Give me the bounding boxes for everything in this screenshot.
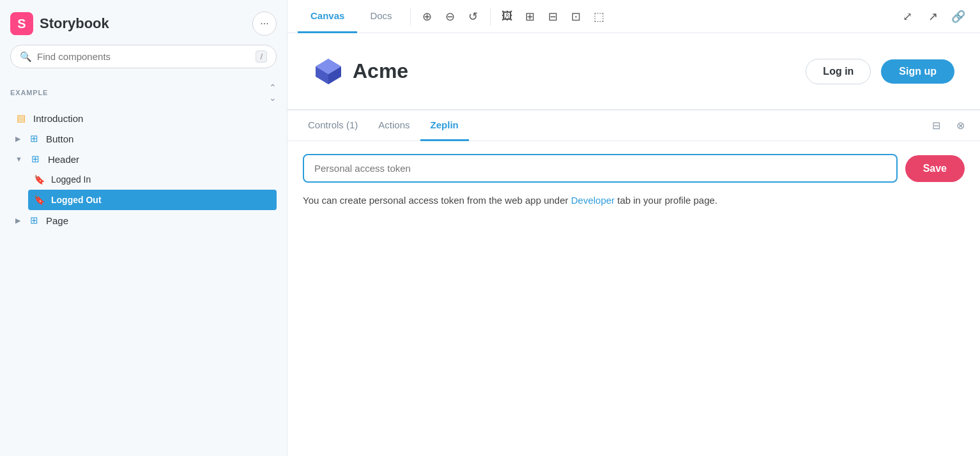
layout-icon: ⊟	[932, 119, 940, 132]
table-button[interactable]: ⊡	[565, 5, 588, 28]
panel-description: You can create personal access token fro…	[303, 193, 965, 208]
preview-frame: Acme Log in Sign up	[287, 33, 980, 110]
developer-link[interactable]: Developer	[571, 195, 615, 206]
panel-tab-icons: ⊟ ⊗	[926, 116, 970, 135]
sidebar-item-page[interactable]: ▶ ⊞ Page	[10, 210, 277, 231]
token-input[interactable]	[303, 154, 898, 183]
toolbar-right: ⤢ ↗ 🔗	[896, 5, 970, 28]
refresh-icon: ↺	[468, 10, 478, 24]
login-button[interactable]: Log in	[806, 59, 871, 84]
panel-content: Save You can create personal access toke…	[287, 141, 980, 221]
tab-docs[interactable]: Docs	[357, 0, 404, 33]
panel-close-button[interactable]: ⊗	[951, 116, 970, 135]
toolbar: Canvas Docs ⊕ ⊖ ↺ 🖼 ⊞ ⊟ ⊡ ⬚ ⤢ ↗ 🔗	[287, 0, 980, 33]
grid-icon: ⊞	[28, 215, 40, 226]
sidebar-item-logged-in[interactable]: 🔖 Logged In	[28, 169, 277, 190]
bookmark-icon: 🔖	[33, 174, 45, 185]
sidebar-item-introduction[interactable]: ▤ Introduction	[10, 108, 277, 128]
sidebar: S Storybook ··· 🔍 / EXAMPLE ⌃⌄ ▤ Introdu…	[0, 0, 287, 456]
bookmark-icon: 🔖	[33, 194, 45, 206]
description-suffix: tab in your profile page.	[615, 195, 717, 206]
panel-layout-icon-button[interactable]: ⊟	[926, 116, 946, 135]
expand-arrow-icon: ▶	[15, 217, 20, 225]
storybook-logo-icon: S	[10, 12, 33, 35]
frame-icon: ⬚	[593, 10, 604, 24]
section-toggle-icon[interactable]: ⌃⌄	[269, 82, 277, 103]
ellipsis-icon: ···	[260, 18, 268, 29]
canvas-area: Acme Log in Sign up Controls (1) Actions…	[287, 33, 980, 456]
image-button[interactable]: 🖼	[496, 5, 519, 28]
acme-cube-icon	[313, 56, 344, 87]
bottom-panel: Controls (1) Actions Zeplin ⊟ ⊗ Save	[287, 110, 980, 221]
sidebar-item-label: Button	[46, 133, 73, 144]
grid-icon: ⊞	[30, 153, 42, 165]
grid-button[interactable]: ⊞	[519, 5, 542, 28]
zoom-in-icon: ⊕	[422, 10, 432, 24]
token-row: Save	[303, 154, 965, 183]
tab-zeplin[interactable]: Zeplin	[420, 110, 469, 141]
acme-actions: Log in Sign up	[806, 59, 954, 84]
sidebar-item-label: Header	[48, 154, 79, 165]
nav-sub-header: 🔖 Logged In 🔖 Logged Out	[10, 169, 277, 210]
menu-button[interactable]: ···	[252, 11, 277, 36]
tab-controls[interactable]: Controls (1)	[298, 110, 368, 141]
tab-canvas[interactable]: Canvas	[298, 0, 357, 33]
sidebar-item-label: Logged In	[51, 174, 91, 185]
refresh-button[interactable]: ↺	[462, 5, 485, 28]
save-button[interactable]: Save	[905, 155, 965, 182]
zoom-out-button[interactable]: ⊖	[439, 5, 462, 28]
grid-view-icon: ⊞	[525, 10, 535, 24]
table-icon: ⊡	[571, 10, 581, 24]
link-button[interactable]: 🔗	[947, 5, 970, 28]
sidebar-item-button[interactable]: ▶ ⊞ Button	[10, 128, 277, 149]
open-external-button[interactable]: ↗	[921, 5, 944, 28]
layers-button[interactable]: ⊟	[542, 5, 565, 28]
search-input[interactable]	[37, 51, 250, 62]
sidebar-item-label: Introduction	[33, 113, 83, 124]
sidebar-item-logged-out[interactable]: 🔖 Logged Out	[28, 190, 277, 210]
tab-actions[interactable]: Actions	[368, 110, 420, 141]
search-kbd: /	[256, 50, 267, 63]
logo-area: S Storybook	[10, 12, 109, 35]
search-icon: 🔍	[20, 51, 32, 63]
grid-icon: ⊞	[28, 133, 40, 144]
frame-button[interactable]: ⬚	[588, 5, 611, 28]
main-panel: Canvas Docs ⊕ ⊖ ↺ 🖼 ⊞ ⊟ ⊡ ⬚ ⤢ ↗ 🔗	[287, 0, 980, 456]
signup-button[interactable]: Sign up	[881, 59, 954, 84]
expand-icon: ⤢	[903, 10, 912, 24]
document-icon: ▤	[15, 112, 27, 124]
layers-icon: ⊟	[548, 10, 558, 24]
link-icon: 🔗	[951, 10, 965, 24]
sidebar-item-header[interactable]: ▼ ⊞ Header	[10, 149, 277, 169]
sidebar-item-label: Page	[46, 215, 68, 226]
section-header: EXAMPLE ⌃⌄	[10, 79, 277, 108]
open-external-icon: ↗	[928, 10, 938, 24]
sidebar-header: S Storybook ···	[0, 0, 287, 45]
sidebar-section-example: EXAMPLE ⌃⌄ ▤ Introduction ▶ ⊞ Button ▼ ⊞…	[0, 79, 287, 231]
zoom-out-icon: ⊖	[445, 10, 455, 24]
acme-logo: Acme	[313, 56, 408, 87]
zoom-in-button[interactable]: ⊕	[416, 5, 439, 28]
panel-tabs: Controls (1) Actions Zeplin ⊟ ⊗	[287, 110, 980, 141]
expand-arrow-icon: ▶	[15, 135, 20, 143]
search-bar[interactable]: 🔍 /	[10, 45, 277, 68]
section-title: EXAMPLE	[10, 89, 48, 96]
expand-button[interactable]: ⤢	[896, 5, 919, 28]
image-icon: 🖼	[501, 10, 513, 23]
expand-arrow-icon: ▼	[15, 155, 22, 163]
toolbar-divider-2	[490, 8, 491, 26]
description-text: You can create personal access token fro…	[303, 195, 571, 206]
toolbar-divider	[410, 8, 411, 26]
app-title: Storybook	[40, 15, 109, 32]
sidebar-item-label: Logged Out	[51, 195, 102, 205]
acme-title: Acme	[353, 59, 408, 83]
close-icon: ⊗	[956, 119, 965, 132]
